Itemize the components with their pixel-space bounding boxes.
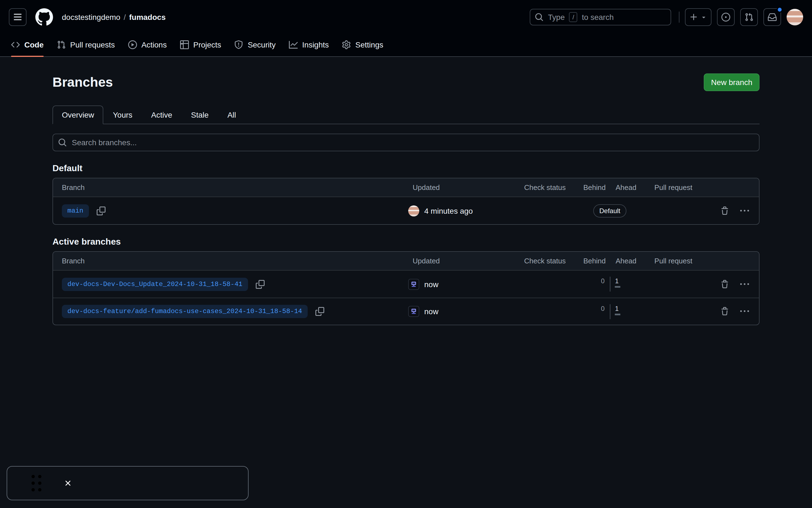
nav-label: Pull requests [70,40,115,49]
nav-label: Actions [141,40,167,49]
tab-actions[interactable]: Actions [124,34,171,56]
row-overflow-menu-button[interactable] [740,206,749,215]
breadcrumb-repo-link[interactable]: fumadocs [129,13,165,22]
nav-label: Security [248,40,276,49]
column-header-ahead: Ahead [611,183,636,192]
table-header-row: Branch Updated Check status Behind Ahead… [53,178,759,197]
bot-monitor-icon [410,308,417,315]
updated-cell: 4 minutes ago [408,205,505,216]
search-placeholder-suffix: to search [582,13,614,22]
issue-opened-icon [721,13,730,22]
inbox-icon [768,13,777,22]
row-overflow-menu-button[interactable] [740,280,749,289]
updated-cell: now [408,306,505,317]
tab-code[interactable]: Code [7,34,48,56]
github-logo[interactable] [35,8,53,26]
behind-ahead-cell: 0 1 [585,304,635,319]
branch-link[interactable]: dev-docs-Dev-Docs_Update_2024-10-31_18-5… [62,278,248,291]
committer-avatar[interactable] [408,205,419,216]
user-avatar[interactable] [786,9,803,26]
behind-count: 0 [585,304,610,315]
updated-time: now [424,307,438,316]
copy-branch-name-button[interactable] [97,206,106,215]
branch-link[interactable]: dev-docs-feature/add-fumadocs-use-cases_… [62,305,308,318]
trash-icon [720,307,729,316]
github-mark-icon [35,8,53,26]
table-row: dev-docs-Dev-Docs_Update_2024-10-31_18-5… [53,270,759,298]
delete-branch-button[interactable] [720,307,729,316]
column-header-behind-ahead: Behind Ahead [585,178,635,197]
filter-tab-active[interactable]: Active [142,105,181,124]
column-header-ahead: Ahead [611,257,636,265]
filter-tab-yours[interactable]: Yours [104,105,142,124]
branch-search-input[interactable] [52,134,760,151]
pull-requests-button[interactable] [740,8,758,26]
row-overflow-menu-button[interactable] [740,307,749,316]
delete-branch-button[interactable] [720,206,729,215]
tab-projects[interactable]: Projects [176,34,226,56]
tab-settings[interactable]: Settings [338,34,388,56]
ahead-bar [615,313,621,315]
tab-insights[interactable]: Insights [284,34,333,56]
header-actions [685,8,803,26]
updated-time: 4 minutes ago [424,206,473,215]
kebab-horizontal-icon [740,280,749,289]
column-header-check-status: Check status [505,183,585,192]
default-section-heading: Default [52,163,760,173]
active-branches-heading: Active branches [52,237,760,247]
search-icon [58,138,67,147]
issues-button[interactable] [717,8,735,26]
ahead-bar [615,286,621,288]
breadcrumb-owner-link[interactable]: docstestingdemo [62,13,120,22]
filter-tab-overview[interactable]: Overview [52,105,104,124]
breadcrumb: docstestingdemo / fumadocs [62,13,166,22]
widget-close-button[interactable] [64,479,72,488]
nav-label: Settings [356,40,383,49]
shield-icon [235,40,243,49]
app-header: docstestingdemo / fumadocs Type / to sea… [0,0,812,57]
global-search-button[interactable]: Type / to search [530,9,671,26]
search-placeholder-prefix: Type [548,13,565,22]
git-pull-request-icon [57,40,66,49]
column-header-branch: Branch [53,183,408,192]
tab-pull-requests[interactable]: Pull requests [52,34,119,56]
ahead-count: 1 [610,277,635,288]
header-divider [679,12,680,23]
tab-security[interactable]: Security [230,34,280,56]
table-icon [180,40,189,49]
branch-cell: dev-docs-feature/add-fumadocs-use-cases_… [53,305,408,318]
filter-tab-all[interactable]: All [218,105,245,124]
bot-avatar[interactable] [408,306,419,317]
default-branch-badge: Default [593,204,626,217]
code-icon [11,40,20,49]
new-branch-button[interactable]: New branch [704,74,760,91]
branch-link-main[interactable]: main [62,204,89,217]
copy-branch-name-button[interactable] [256,280,265,289]
active-branches-table: Branch Updated Check status Behind Ahead… [52,251,760,325]
branch-cell: dev-docs-Dev-Docs_Update_2024-10-31_18-5… [53,278,408,291]
notifications-inbox-button[interactable] [763,8,781,26]
github-branches-page: docstestingdemo / fumadocs Type / to sea… [0,0,812,508]
copy-branch-name-button[interactable] [315,307,324,316]
hamburger-menu-button[interactable] [9,8,27,26]
plus-icon [689,13,698,22]
drag-handle-dots-icon[interactable] [32,475,41,492]
trash-icon [720,206,729,215]
header-right: Type / to search [530,8,803,26]
nav-label: Insights [302,40,329,49]
column-header-pull-request: Pull request [635,257,712,265]
create-new-button[interactable] [685,8,712,26]
kebab-horizontal-icon [740,206,749,215]
breadcrumb-separator: / [124,13,126,22]
behind-ahead-cell: Default [585,204,635,217]
table-row: main 4 minutes ago Default [53,197,759,224]
column-header-behind-ahead: Behind Ahead [585,252,635,270]
copy-icon [256,280,265,289]
filter-tab-stale[interactable]: Stale [182,105,218,124]
row-actions [712,206,759,215]
git-pull-request-icon [744,13,754,22]
slash-key-hint: / [569,12,577,22]
bot-avatar[interactable] [408,279,419,290]
delete-branch-button[interactable] [720,280,729,289]
title-row: Branches New branch [52,74,760,91]
